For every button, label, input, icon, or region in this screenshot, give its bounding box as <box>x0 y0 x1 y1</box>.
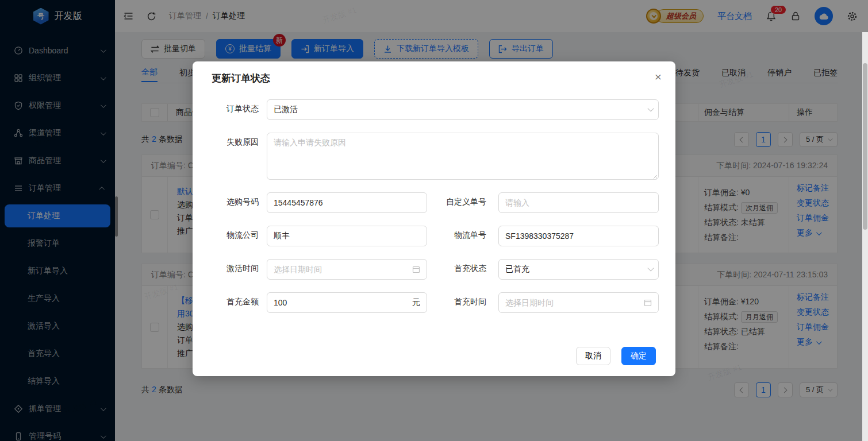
yuan-suffix: 元 <box>412 297 420 308</box>
first-charge-amount-label: 首充金额 <box>193 292 267 307</box>
logistics-company-field[interactable] <box>267 226 427 246</box>
calendar-icon <box>412 265 420 273</box>
first-charge-status-label: 首充状态 <box>427 259 498 274</box>
logistics-no-label: 物流单号 <box>427 226 498 241</box>
phone-number-field[interactable] <box>267 192 427 213</box>
phone-number-input[interactable] <box>274 198 420 207</box>
first-charge-amount-field[interactable]: 元 <box>267 292 427 313</box>
phone-number-label: 选购号码 <box>193 192 267 207</box>
logistics-company-label: 物流公司 <box>193 226 267 241</box>
activate-time-label: 激活时间 <box>193 259 267 274</box>
first-charge-status-select[interactable]: 已首充 <box>498 259 659 280</box>
logistics-no-field[interactable] <box>498 226 659 246</box>
custom-order-no-label: 自定义单号 <box>427 192 498 207</box>
page-scrollbar[interactable] <box>862 32 868 441</box>
page-scrollbar-thumb[interactable] <box>863 63 867 230</box>
first-charge-amount-input[interactable] <box>274 298 408 307</box>
custom-order-no-field[interactable] <box>498 192 659 213</box>
activate-time-input[interactable] <box>274 265 412 274</box>
update-order-status-modal: 更新订单状态 × 订单状态 已激活 失败原因 选购号码 自定义单号 物流公司 <box>193 61 675 376</box>
cancel-button[interactable]: 取消 <box>576 347 610 365</box>
calendar-icon <box>644 299 652 307</box>
confirm-button[interactable]: 确定 <box>621 347 656 365</box>
order-status-label: 订单状态 <box>193 99 267 114</box>
modal-title: 更新订单状态 <box>212 72 270 85</box>
fail-reason-label: 失败原因 <box>193 133 267 148</box>
fail-reason-textarea[interactable] <box>267 133 659 180</box>
first-charge-time-picker[interactable] <box>498 292 659 313</box>
chevron-down-icon <box>647 265 654 271</box>
first-charge-time-label: 首充时间 <box>427 292 498 307</box>
activate-time-picker[interactable] <box>267 259 427 280</box>
chevron-down-icon <box>647 105 654 111</box>
close-icon[interactable]: × <box>655 71 662 83</box>
logistics-no-input[interactable] <box>505 231 652 241</box>
custom-order-no-input[interactable] <box>505 198 652 207</box>
order-status-select[interactable]: 已激活 <box>267 99 659 120</box>
first-charge-time-input[interactable] <box>505 298 644 307</box>
logistics-company-input[interactable] <box>274 231 420 241</box>
